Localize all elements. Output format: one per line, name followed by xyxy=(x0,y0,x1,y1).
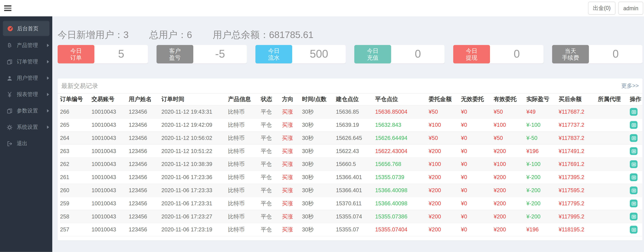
sidebar-item-orders[interactable]: 订单管理 xyxy=(0,54,52,70)
cell-amount: ¥200 xyxy=(429,223,461,236)
stat-card-today-orders: 今日订单5 xyxy=(58,45,148,63)
cell-account: 10010043 xyxy=(92,210,129,223)
cell-open: 15639.19 xyxy=(336,118,375,132)
cell-time: 2020-11-12 10:56:02 xyxy=(162,132,228,145)
order-detail-button[interactable] xyxy=(630,173,638,181)
order-detail-button[interactable] xyxy=(630,134,638,142)
sidebar-item-params[interactable]: 参数设置 xyxy=(0,103,52,119)
cell-product: 比特币 xyxy=(228,118,261,132)
cell-status: 平仓 xyxy=(261,210,282,223)
order-detail-button[interactable] xyxy=(630,147,638,155)
latest-trades-panel: 最新交易记录 更多>> 订单编号交易账号用户姓名订单时间产品信息状态方向时间/点… xyxy=(58,79,642,240)
sidebar-item-home[interactable]: 后台首页 xyxy=(3,21,50,36)
cell-action xyxy=(630,210,642,223)
cell-time: 2020-11-06 17:23:31 xyxy=(162,197,228,210)
withdraw-button[interactable]: 出金(0) xyxy=(588,2,616,15)
sidebar-item-users[interactable]: 用户管理 xyxy=(0,70,52,86)
stat-card-today-recharge: 今日充值0 xyxy=(354,45,444,63)
column-header-15: 所属代理 xyxy=(598,94,630,105)
cell-time: 2020-11-12 19:43:31 xyxy=(162,105,228,118)
column-header-8: 建仓点位 xyxy=(336,94,375,105)
cell-status: 平仓 xyxy=(261,197,282,210)
cell-profit: ¥-200 xyxy=(526,210,559,223)
sidebar-item-label: 产品管理 xyxy=(17,42,45,49)
cell-close: 15355.0739 xyxy=(375,171,428,184)
order-detail-button[interactable] xyxy=(630,186,638,194)
order-detail-button[interactable] xyxy=(630,199,638,207)
cell-product: 比特币 xyxy=(228,197,261,210)
cell-agent xyxy=(598,158,630,171)
order-detail-button[interactable] xyxy=(630,213,638,220)
cell-account: 10010043 xyxy=(92,197,129,210)
cell-agent xyxy=(598,197,630,210)
hamburger-menu-icon[interactable] xyxy=(4,5,12,11)
cell-invalid: ¥0 xyxy=(461,132,494,145)
table-header-row: 订单编号交易账号用户姓名订单时间产品信息状态方向时间/点数建仓点位平仓点位委托金… xyxy=(60,94,642,105)
chevron-right-icon xyxy=(47,60,49,63)
column-header-9: 平仓点位 xyxy=(375,94,428,105)
table-row: 262100100431234562020-11-12 10:38:39比特币平… xyxy=(60,158,642,171)
cell-name: 123456 xyxy=(129,158,162,171)
sidebar-item-products[interactable]: 产品管理 xyxy=(0,37,52,54)
sidebar-item-logout[interactable]: 退出 xyxy=(0,135,52,152)
topbar-actions: 出金(0) admin xyxy=(585,2,643,15)
cell-duration: 30秒 xyxy=(302,158,336,171)
column-header-5: 状态 xyxy=(261,94,282,105)
cell-id: 259 xyxy=(60,197,92,210)
sidebar: 后台首页产品管理订单管理用户管理报表管理参数设置系统设置退出 xyxy=(0,16,52,252)
cell-valid: ¥100 xyxy=(494,158,526,171)
order-detail-button[interactable] xyxy=(630,108,638,116)
order-detail-button[interactable] xyxy=(630,121,638,129)
sidebar-item-label: 参数设置 xyxy=(17,107,45,115)
column-header-4: 产品信息 xyxy=(228,94,261,105)
cell-agent xyxy=(598,105,630,118)
cell-invalid: ¥0 xyxy=(461,184,494,197)
cell-name: 123456 xyxy=(129,210,162,223)
cell-profit: ¥-100 xyxy=(526,118,559,132)
cell-status: 平仓 xyxy=(261,184,282,197)
table-row: 263100100431234562020-11-12 10:51:22比特币平… xyxy=(60,144,642,158)
cell-product: 比特币 xyxy=(228,105,261,118)
sidebar-item-reports[interactable]: 报表管理 xyxy=(0,86,52,103)
cell-duration: 30秒 xyxy=(302,184,336,197)
column-header-12: 有效委托 xyxy=(494,94,526,105)
cell-duration: 30秒 xyxy=(302,171,336,184)
cell-valid: ¥200 xyxy=(494,171,526,184)
cell-account: 10010043 xyxy=(92,118,129,132)
user-icon xyxy=(6,75,13,82)
cell-account: 10010043 xyxy=(92,223,129,236)
cell-close: 15636.85004 xyxy=(375,105,428,118)
cell-status: 平仓 xyxy=(261,105,282,118)
more-link[interactable]: 更多>> xyxy=(621,82,639,89)
order-detail-button[interactable] xyxy=(630,226,638,233)
cell-name: 123456 xyxy=(129,184,162,197)
cell-direction: 买涨 xyxy=(282,171,302,184)
cell-balance: ¥118195.2 xyxy=(559,223,598,236)
logout-icon xyxy=(6,140,13,147)
column-header-10: 委托金额 xyxy=(429,94,461,105)
cell-id: 262 xyxy=(60,158,92,171)
cell-close: 15355.07404 xyxy=(375,223,428,236)
order-detail-button[interactable] xyxy=(630,160,638,168)
cell-time: 2020-11-06 17:23:27 xyxy=(162,210,228,223)
cell-account: 10010043 xyxy=(92,144,129,158)
cell-id: 257 xyxy=(60,223,92,236)
cell-duration: 30秒 xyxy=(302,105,336,118)
admin-user-button[interactable]: admin xyxy=(618,2,643,15)
cell-action xyxy=(630,144,642,158)
cell-open: 15636.85 xyxy=(336,105,375,118)
cell-open: 15660.5 xyxy=(336,158,375,171)
stat-card-customer-pnl: 客户盈亏-5 xyxy=(156,45,247,63)
cell-time: 2020-11-12 19:42:09 xyxy=(162,118,228,132)
cell-amount: ¥100 xyxy=(429,118,461,132)
stat-card-label: 客户盈亏 xyxy=(156,45,193,63)
chevron-right-icon xyxy=(47,126,49,129)
cell-account: 10010043 xyxy=(92,184,129,197)
cell-valid: ¥200 xyxy=(494,223,526,236)
cell-product: 比特币 xyxy=(228,210,261,223)
cell-profit: ¥196 xyxy=(526,223,559,236)
cell-agent xyxy=(598,171,630,184)
cell-close: 15355.07386 xyxy=(375,210,428,223)
panel-header: 最新交易记录 更多>> xyxy=(58,79,642,94)
sidebar-item-system[interactable]: 系统设置 xyxy=(0,119,52,135)
